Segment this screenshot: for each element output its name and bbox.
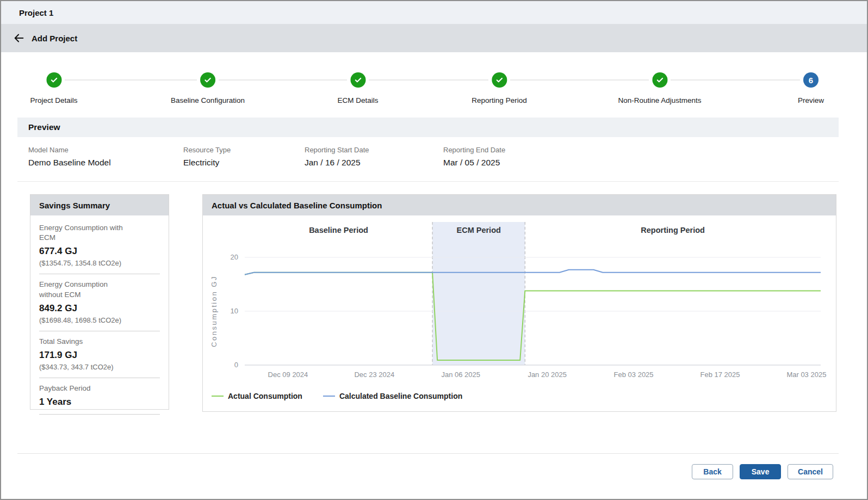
app-header-title: Add Project [32, 34, 77, 43]
step-label: Reporting Period [472, 96, 526, 104]
step-reporting-period[interactable]: Reporting Period [472, 52, 526, 104]
step-done-circle [492, 72, 507, 88]
check-icon [203, 76, 212, 84]
chart-header: Actual vs Calculated Baseline Consumptio… [203, 195, 836, 215]
legend-item-actual[interactable]: Actual Consumption [212, 392, 302, 400]
step-done-circle [350, 72, 365, 88]
legend-item-baseline[interactable]: Calculated Baseline Consumption [323, 392, 462, 400]
x-tick-label: Mar 03 2025 [786, 371, 826, 379]
legend-label: Actual Consumption [228, 392, 302, 400]
x-tick-label: Dec 09 2024 [268, 371, 308, 379]
summary-item-value: 171.9 GJ [39, 350, 160, 361]
field-label: Resource Type [183, 146, 231, 154]
step-ecm-details[interactable]: ECM Details [337, 52, 378, 104]
preview-section-title: Preview [28, 122, 60, 132]
field-value: Mar / 05 / 2025 [443, 158, 505, 168]
step-label: Project Details [30, 96, 77, 104]
check-icon [49, 76, 58, 84]
actual-consumption-swatch-icon [212, 396, 224, 397]
step-active-circle: 6 [803, 72, 819, 88]
divider [39, 378, 160, 378]
step-number: 6 [809, 76, 813, 85]
series-line-1 [245, 270, 821, 275]
step-connector [369, 79, 488, 81]
step-label: Preview [798, 96, 824, 104]
savings-summary-card: Savings Summary Energy Consumption with … [30, 194, 169, 410]
divider [17, 181, 839, 182]
ecm-period-region [432, 222, 525, 365]
summary-item-value: 1 Years [39, 397, 160, 408]
step-label: ECM Details [337, 96, 378, 104]
step-label: Non-Routine Adjustments [618, 96, 701, 104]
x-tick-label: Feb 17 2025 [700, 371, 740, 379]
field-value: Demo Baseline Model [28, 158, 111, 168]
step-project-details[interactable]: Project Details [30, 52, 77, 104]
series-line-0 [245, 273, 821, 360]
step-done-circle [200, 72, 215, 88]
summary-item-without-ecm: Energy Consumption without ECM 849.2 GJ … [39, 280, 160, 331]
x-tick-label: Jan 20 2025 [528, 371, 567, 379]
field-model-name: Model Name Demo Baseline Model [28, 146, 111, 168]
period-label: Reporting Period [641, 226, 705, 234]
wizard-stepper: Project Details Baseline Configuration E… [1, 52, 867, 118]
step-done-circle [46, 72, 61, 88]
summary-item-value: 677.4 GJ [39, 246, 160, 257]
step-baseline-configuration[interactable]: Baseline Configuration [171, 52, 245, 104]
summary-item-payback-period: Payback Period 1 Years [39, 384, 160, 415]
step-preview[interactable]: 6 Preview [798, 52, 824, 104]
chart-title: Actual vs Calculated Baseline Consumptio… [212, 201, 382, 210]
savings-summary-body: Energy Consumption with ECM 677.4 GJ ($1… [30, 215, 169, 415]
check-icon [495, 76, 504, 84]
summary-item-label: Energy Consumption with ECM [39, 223, 137, 243]
y-tick-label: 0 [234, 361, 238, 369]
window-title-bar: Project 1 [1, 1, 867, 24]
consumption-chart-card: Actual vs Calculated Baseline Consumptio… [202, 194, 836, 412]
legend-label: Calculated Baseline Consumption [339, 392, 462, 400]
divider [17, 453, 839, 454]
divider [39, 414, 160, 415]
back-arrow-icon[interactable] [13, 32, 25, 44]
period-label: ECM Period [456, 226, 500, 234]
consumption-line-chart: 01020Consumption GJDec 09 2024Dec 23 202… [203, 215, 836, 390]
field-value: Jan / 16 / 2025 [305, 158, 369, 168]
check-icon [354, 76, 362, 84]
period-label: Baseline Period [309, 226, 368, 234]
cancel-button[interactable]: Cancel [788, 464, 833, 479]
summary-item-label: Energy Consumption without ECM [39, 280, 126, 299]
field-label: Reporting End Date [443, 146, 505, 154]
summary-item-label: Payback Period [39, 384, 160, 393]
preview-section-header: Preview [17, 118, 839, 137]
back-button[interactable]: Back [692, 464, 733, 479]
footer-actions: Back Save Cancel [692, 464, 833, 479]
savings-summary-header: Savings Summary [30, 195, 169, 215]
divider [39, 331, 160, 331]
step-label: Baseline Configuration [171, 96, 245, 104]
field-resource-type: Resource Type Electricity [183, 146, 231, 168]
summary-item-total-savings: Total Savings 171.9 GJ ($343.73, 343.7 t… [39, 337, 160, 378]
field-label: Model Name [28, 146, 111, 154]
step-done-circle [652, 72, 667, 88]
y-tick-label: 10 [231, 307, 238, 315]
chart-legend: Actual Consumption Calculated Baseline C… [212, 392, 462, 400]
x-tick-label: Feb 03 2025 [614, 371, 654, 379]
summary-item-label: Total Savings [39, 337, 160, 347]
field-value: Electricity [183, 158, 231, 168]
summary-item-sub: ($1354.75, 1354.8 tCO2e) [39, 259, 160, 267]
y-tick-label: 20 [231, 253, 238, 261]
field-label: Reporting Start Date [305, 146, 369, 154]
summary-item-sub: ($343.73, 343.7 tCO2e) [39, 363, 160, 371]
field-reporting-end-date: Reporting End Date Mar / 05 / 2025 [443, 146, 505, 168]
step-non-routine-adjustments[interactable]: Non-Routine Adjustments [618, 52, 701, 104]
summary-item-with-ecm: Energy Consumption with ECM 677.4 GJ ($1… [39, 223, 160, 274]
savings-summary-title: Savings Summary [39, 201, 110, 210]
save-button[interactable]: Save [740, 464, 781, 479]
chart-body: 01020Consumption GJDec 09 2024Dec 23 202… [203, 215, 836, 411]
field-reporting-start-date: Reporting Start Date Jan / 16 / 2025 [305, 146, 369, 168]
y-axis-title: Consumption GJ [210, 275, 218, 347]
summary-item-sub: ($1698.48, 1698.5 tCO2e) [39, 316, 160, 324]
app-header: Add Project [1, 24, 867, 52]
check-icon [655, 76, 664, 84]
page-title: Project 1 [19, 8, 53, 17]
x-tick-label: Jan 06 2025 [441, 371, 480, 379]
divider [39, 274, 160, 274]
